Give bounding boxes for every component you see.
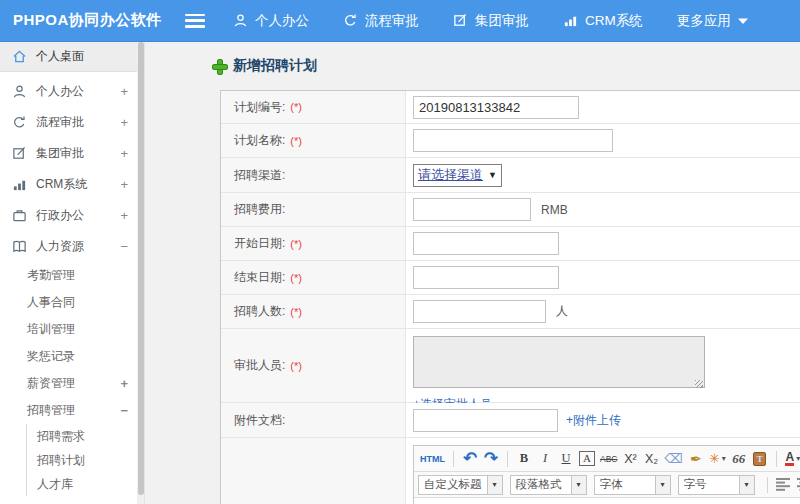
expand-plus-icon[interactable]: + [120, 208, 128, 223]
plan-number-input[interactable] [413, 96, 579, 119]
custom-title-dropdown[interactable]: 自定义标题 ▾ [418, 475, 503, 495]
scrollbar-thumb[interactable] [138, 42, 144, 495]
nav-personal-office[interactable]: 个人办公 [233, 12, 309, 30]
font-family-dropdown[interactable]: 字体 ▾ [594, 475, 671, 495]
collapse-minus-icon[interactable]: − [120, 403, 128, 418]
editor-content-area[interactable] [414, 498, 800, 504]
fee-unit-label: RMB [541, 203, 568, 217]
caret-down-icon: ▼ [488, 170, 497, 180]
user-icon [12, 84, 27, 99]
autotypeset-icon: A [579, 451, 595, 466]
sidebar-subsubitem-recruit-demand[interactable]: 招聘需求 [27, 424, 144, 448]
form-row-approvers: 审批人员: (*) +选择审批人员 [221, 329, 800, 403]
caret-down-icon[interactable]: ▾ [488, 475, 503, 495]
editor-underline-button[interactable]: U [556, 448, 576, 469]
editor-source-button[interactable]: HTML [418, 448, 447, 469]
editor-autoformat-button[interactable]: ✳▾ [707, 448, 728, 469]
editor-paste-button[interactable]: T [750, 448, 770, 469]
expand-plus-icon[interactable]: + [120, 115, 128, 130]
sidebar-subsubitem-talent-pool[interactable]: 人才库 [27, 472, 144, 496]
briefcase-icon [12, 208, 27, 223]
sidebar-subitem-rewards[interactable]: 奖惩记录 [0, 343, 144, 370]
dropdown-value: 字体 [594, 475, 656, 495]
expand-plus-icon[interactable]: + [120, 177, 128, 192]
editor-format-brush-button[interactable]: ✒ [686, 448, 706, 469]
attachment-input[interactable] [413, 409, 558, 432]
editor-superscript-button[interactable]: X² [620, 448, 640, 469]
caret-down-icon[interactable]: ▾ [572, 475, 587, 495]
editor-bold-button[interactable]: B [514, 448, 534, 469]
editor-blockquote-button[interactable]: 66 [729, 448, 749, 469]
sidebar-scrollbar[interactable] [137, 42, 144, 504]
field-label: 附件文档: [234, 412, 285, 429]
headcount-input[interactable] [413, 300, 546, 323]
bar-chart-icon [12, 177, 27, 192]
nav-crm-system[interactable]: CRM系统 [563, 12, 643, 30]
fee-input[interactable] [413, 198, 531, 221]
app-logo[interactable]: PHPOA协同办公软件 [0, 11, 185, 30]
form-row-attachment: 附件文档: +附件上传 [221, 403, 800, 438]
end-date-input[interactable] [413, 266, 559, 289]
caret-down-icon [738, 17, 748, 25]
form-row-plan-number: 计划编号: (*) [221, 91, 800, 124]
align-left-button[interactable] [774, 474, 794, 495]
sidebar-item-group-approval[interactable]: 集团审批 + [0, 138, 144, 169]
nav-label: 更多应用 [677, 12, 731, 30]
plan-name-input[interactable] [413, 129, 613, 152]
sidebar-subitem-label: 奖惩记录 [27, 348, 75, 365]
sidebar-item-crm-system[interactable]: CRM系统 + [0, 169, 144, 200]
expand-plus-icon[interactable]: + [120, 84, 128, 99]
form-row-headcount: 招聘人数: (*) 人 [221, 295, 800, 329]
menu-toggle-icon[interactable] [185, 14, 205, 28]
headcount-unit-label: 人 [556, 303, 568, 320]
toolbar-separator [453, 451, 454, 467]
editor-undo-button[interactable]: ↶ [460, 448, 480, 469]
add-icon [212, 59, 226, 73]
sidebar-subitem-training[interactable]: 培训管理 [0, 316, 144, 343]
sidebar-item-workflow-approval[interactable]: 流程审批 + [0, 107, 144, 138]
editor-strikethrough-button[interactable]: ABC [598, 448, 619, 469]
sidebar-subsubitem-label: 招聘计划 [37, 452, 85, 469]
required-mark: (*) [290, 306, 302, 318]
nav-workflow-approval[interactable]: 流程审批 [343, 12, 419, 30]
field-label: 审批人员: [234, 357, 285, 374]
caret-down-icon[interactable]: ▾ [656, 475, 671, 495]
font-size-dropdown[interactable]: 字号 ▾ [678, 475, 755, 495]
attachment-upload-link[interactable]: +附件上传 [566, 412, 621, 429]
sidebar-item-human-resources[interactable]: 人力资源 − [0, 231, 144, 262]
expand-plus-icon[interactable]: + [120, 376, 128, 391]
sidebar-item-admin-office[interactable]: 行政办公 + [0, 200, 144, 231]
home-icon [12, 49, 27, 64]
expand-plus-icon[interactable]: + [120, 146, 128, 161]
sidebar-subsubitem-recruit-plan[interactable]: 招聘计划 [27, 448, 144, 472]
sidebar-subitem-recruit-mgmt[interactable]: 招聘管理 − [0, 397, 144, 424]
book-icon [12, 239, 27, 254]
sidebar-item-label: 人力资源 [36, 238, 84, 255]
editor-eraser-button[interactable]: ⌫ [662, 448, 684, 469]
align-center-button[interactable] [795, 474, 800, 495]
channel-select[interactable]: 请选择渠道 ▼ [413, 164, 502, 187]
nav-more-apps[interactable]: 更多应用 [677, 12, 748, 30]
sidebar-item-personal-office[interactable]: 个人办公 + [0, 76, 144, 107]
sidebar-subitem-label: 考勤管理 [27, 267, 75, 284]
paragraph-format-dropdown[interactable]: 段落格式 ▾ [510, 475, 587, 495]
sidebar-subitem-attendance[interactable]: 考勤管理 [0, 262, 144, 289]
caret-down-icon[interactable]: ▾ [740, 475, 755, 495]
form-row-channel: 招聘渠道: 请选择渠道 ▼ [221, 158, 800, 193]
approvers-textarea[interactable] [413, 336, 705, 388]
sidebar-subitem-hr-contract[interactable]: 人事合同 [0, 289, 144, 316]
top-header: PHPOA协同办公软件 个人办公 流程审批 集团审批 [0, 0, 800, 42]
editor-redo-button[interactable]: ↷ [481, 448, 501, 469]
editor-italic-button[interactable]: I [535, 448, 555, 469]
collapse-minus-icon[interactable]: − [120, 239, 128, 254]
sidebar-subitem-salary[interactable]: 薪资管理 + [0, 370, 144, 397]
sidebar-item-personal-desktop[interactable]: 个人桌面 [0, 42, 144, 72]
editor-font-color-button[interactable]: A▾ [783, 448, 800, 469]
nav-group-approval[interactable]: 集团审批 [453, 12, 529, 30]
nav-label: 个人办公 [255, 12, 309, 30]
start-date-input[interactable] [413, 232, 559, 255]
nav-label: 集团审批 [475, 12, 529, 30]
required-mark: (*) [290, 101, 302, 113]
editor-subscript-button[interactable]: X₂ [641, 448, 661, 469]
editor-autotypeset-button[interactable]: A [577, 448, 597, 469]
